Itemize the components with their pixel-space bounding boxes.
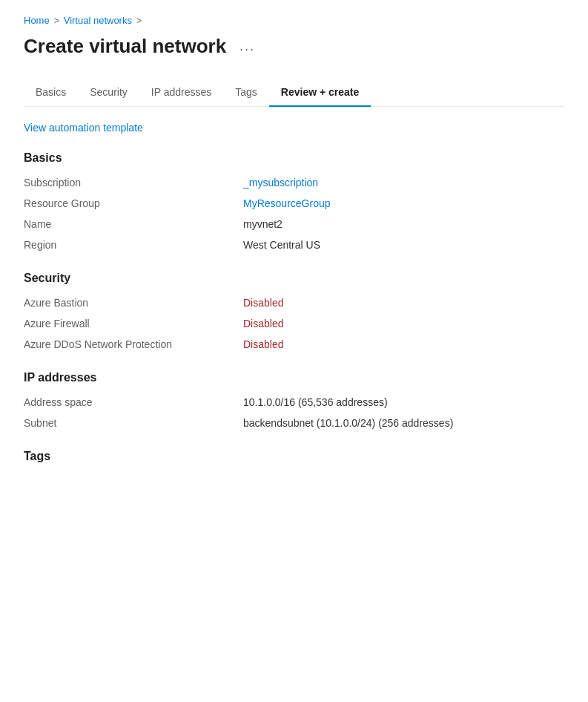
- ip-addresses-section-title: IP addresses: [24, 371, 564, 384]
- region-value: West Central US: [243, 239, 320, 251]
- field-azure-firewall: Azure Firewall Disabled: [24, 318, 564, 329]
- resource-group-label: Resource Group: [24, 197, 231, 209]
- tab-ip-addresses[interactable]: IP addresses: [139, 79, 223, 107]
- subscription-value: _mysubscription: [243, 177, 318, 188]
- more-options-button[interactable]: ...: [235, 37, 260, 56]
- basics-section: Basics Subscription _mysubscription Reso…: [24, 151, 564, 251]
- breadcrumb-virtual-networks[interactable]: Virtual networks: [64, 15, 132, 26]
- tab-review-create[interactable]: Review + create: [269, 79, 371, 107]
- field-azure-bastion: Azure Bastion Disabled: [24, 297, 564, 309]
- region-label: Region: [24, 239, 231, 251]
- name-label: Name: [24, 218, 231, 230]
- tabs-nav: Basics Security IP addresses Tags Review…: [24, 79, 564, 107]
- field-name: Name myvnet2: [24, 218, 564, 230]
- view-automation-template-link[interactable]: View automation template: [24, 122, 143, 134]
- page-title-row: Create virtual network ...: [24, 35, 564, 58]
- azure-firewall-label: Azure Firewall: [24, 318, 231, 329]
- field-azure-ddos: Azure DDoS Network Protection Disabled: [24, 338, 564, 350]
- resource-group-value: MyResourceGroup: [243, 197, 331, 209]
- page-title: Create virtual network: [24, 35, 226, 58]
- breadcrumb-separator-2: >: [136, 16, 142, 26]
- security-section: Security Azure Bastion Disabled Azure Fi…: [24, 272, 564, 350]
- basics-section-title: Basics: [24, 151, 564, 165]
- field-resource-group: Resource Group MyResourceGroup: [24, 197, 564, 209]
- azure-firewall-value: Disabled: [243, 318, 283, 329]
- page-container: Home > Virtual networks > Create virtual…: [0, 0, 588, 514]
- subscription-label: Subscription: [24, 177, 231, 188]
- field-region: Region West Central US: [24, 239, 564, 251]
- subnet-value: backendsubnet (10.1.0.0/24) (256 address…: [243, 417, 453, 429]
- field-subscription: Subscription _mysubscription: [24, 177, 564, 188]
- tags-section: Tags: [24, 450, 564, 463]
- field-address-space: Address space 10.1.0.0/16 (65,536 addres…: [24, 396, 564, 408]
- name-value: myvnet2: [243, 218, 283, 230]
- azure-bastion-label: Azure Bastion: [24, 297, 231, 309]
- breadcrumb: Home > Virtual networks >: [24, 15, 564, 26]
- azure-ddos-value: Disabled: [243, 338, 283, 350]
- tags-section-title: Tags: [24, 450, 564, 463]
- field-subnet: Subnet backendsubnet (10.1.0.0/24) (256 …: [24, 417, 564, 429]
- subnet-label: Subnet: [24, 417, 231, 429]
- tab-security[interactable]: Security: [78, 79, 139, 107]
- address-space-label: Address space: [24, 396, 231, 408]
- security-section-title: Security: [24, 272, 564, 285]
- breadcrumb-home[interactable]: Home: [24, 15, 50, 26]
- breadcrumb-separator-1: >: [54, 16, 59, 26]
- azure-bastion-value: Disabled: [243, 297, 283, 309]
- address-space-value: 10.1.0.0/16 (65,536 addresses): [243, 396, 388, 408]
- azure-ddos-label: Azure DDoS Network Protection: [24, 338, 231, 350]
- tab-basics[interactable]: Basics: [24, 79, 78, 107]
- tab-tags[interactable]: Tags: [223, 79, 269, 107]
- ip-addresses-section: IP addresses Address space 10.1.0.0/16 (…: [24, 371, 564, 429]
